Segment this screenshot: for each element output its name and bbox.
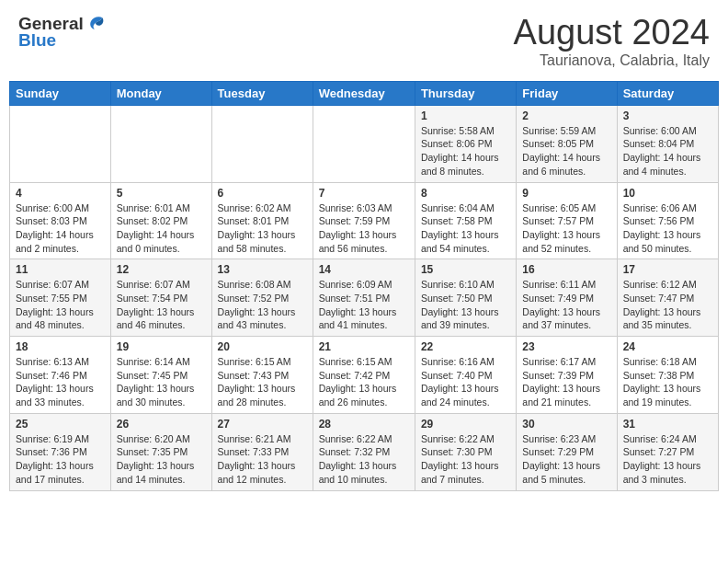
calendar-cell: 28Sunrise: 6:22 AMSunset: 7:32 PMDayligh… (313, 413, 415, 490)
day-info: Sunrise: 6:04 AMSunset: 7:58 PMDaylight:… (421, 201, 510, 256)
calendar-header-row: SundayMondayTuesdayWednesdayThursdayFrid… (10, 81, 719, 105)
day-number: 25 (16, 418, 105, 431)
calendar-cell: 13Sunrise: 6:08 AMSunset: 7:52 PMDayligh… (211, 259, 313, 337)
calendar-table: SundayMondayTuesdayWednesdayThursdayFrid… (9, 81, 719, 491)
day-number: 23 (522, 340, 610, 353)
day-number: 28 (319, 418, 409, 431)
day-info: Sunrise: 6:07 AMSunset: 7:54 PMDaylight:… (117, 278, 206, 332)
logo-bird-icon (85, 14, 106, 34)
calendar-cell (211, 105, 313, 182)
day-number: 6 (218, 187, 307, 200)
header-thursday: Thursday (415, 81, 516, 105)
day-number: 10 (623, 187, 712, 200)
day-number: 20 (218, 340, 307, 353)
day-number: 30 (522, 418, 610, 431)
calendar-cell: 25Sunrise: 6:19 AMSunset: 7:36 PMDayligh… (10, 413, 111, 490)
day-info: Sunrise: 6:09 AMSunset: 7:51 PMDaylight:… (319, 278, 409, 332)
calendar-cell: 8Sunrise: 6:04 AMSunset: 7:58 PMDaylight… (415, 182, 516, 259)
calendar-cell: 16Sunrise: 6:11 AMSunset: 7:49 PMDayligh… (517, 259, 617, 337)
calendar-cell: 4Sunrise: 6:00 AMSunset: 8:03 PMDaylight… (10, 182, 111, 259)
calendar-week-row: 4Sunrise: 6:00 AMSunset: 8:03 PMDaylight… (10, 182, 719, 259)
calendar-cell: 31Sunrise: 6:24 AMSunset: 7:27 PMDayligh… (617, 413, 718, 490)
calendar-cell: 18Sunrise: 6:13 AMSunset: 7:46 PMDayligh… (10, 337, 111, 414)
header-saturday: Saturday (617, 81, 718, 105)
day-info: Sunrise: 6:00 AMSunset: 8:04 PMDaylight:… (623, 124, 712, 178)
day-number: 12 (117, 263, 206, 276)
calendar-cell: 30Sunrise: 6:23 AMSunset: 7:29 PMDayligh… (517, 413, 617, 490)
calendar-cell: 3Sunrise: 6:00 AMSunset: 8:04 PMDaylight… (617, 105, 718, 182)
day-info: Sunrise: 6:22 AMSunset: 7:32 PMDaylight:… (319, 432, 409, 487)
day-number: 4 (16, 187, 105, 200)
day-info: Sunrise: 6:08 AMSunset: 7:52 PMDaylight:… (218, 278, 307, 332)
day-number: 14 (319, 263, 409, 276)
day-info: Sunrise: 6:18 AMSunset: 7:38 PMDaylight:… (623, 355, 712, 409)
day-number: 8 (421, 187, 510, 200)
day-info: Sunrise: 6:15 AMSunset: 7:42 PMDaylight:… (319, 355, 409, 409)
header-wednesday: Wednesday (313, 81, 415, 105)
day-number: 11 (16, 263, 105, 276)
day-info: Sunrise: 6:05 AMSunset: 7:57 PMDaylight:… (522, 201, 610, 256)
day-info: Sunrise: 6:14 AMSunset: 7:45 PMDaylight:… (117, 355, 206, 409)
day-info: Sunrise: 6:21 AMSunset: 7:33 PMDaylight:… (218, 432, 307, 487)
day-info: Sunrise: 6:12 AMSunset: 7:47 PMDaylight:… (623, 278, 712, 332)
day-number: 29 (421, 418, 510, 431)
calendar-cell (313, 105, 415, 182)
day-info: Sunrise: 6:03 AMSunset: 7:59 PMDaylight:… (319, 201, 409, 256)
day-number: 26 (117, 418, 206, 431)
day-number: 9 (522, 187, 610, 200)
calendar-week-row: 25Sunrise: 6:19 AMSunset: 7:36 PMDayligh… (10, 413, 719, 490)
day-info: Sunrise: 6:22 AMSunset: 7:30 PMDaylight:… (421, 432, 510, 487)
day-info: Sunrise: 6:24 AMSunset: 7:27 PMDaylight:… (623, 432, 712, 487)
day-number: 27 (218, 418, 307, 431)
calendar-cell: 22Sunrise: 6:16 AMSunset: 7:40 PMDayligh… (415, 337, 516, 414)
day-info: Sunrise: 6:06 AMSunset: 7:56 PMDaylight:… (623, 201, 712, 256)
day-info: Sunrise: 6:00 AMSunset: 8:03 PMDaylight:… (16, 201, 105, 256)
day-info: Sunrise: 6:11 AMSunset: 7:49 PMDaylight:… (522, 278, 610, 332)
calendar-cell: 2Sunrise: 5:59 AMSunset: 8:05 PMDaylight… (517, 105, 617, 182)
day-info: Sunrise: 5:59 AMSunset: 8:05 PMDaylight:… (522, 124, 610, 178)
day-info: Sunrise: 6:10 AMSunset: 7:50 PMDaylight:… (421, 278, 510, 332)
calendar-cell: 27Sunrise: 6:21 AMSunset: 7:33 PMDayligh… (211, 413, 313, 490)
header-friday: Friday (517, 81, 617, 105)
calendar-cell: 15Sunrise: 6:10 AMSunset: 7:50 PMDayligh… (415, 259, 516, 337)
day-info: Sunrise: 6:15 AMSunset: 7:43 PMDaylight:… (218, 355, 307, 409)
day-number: 17 (623, 263, 712, 276)
page-header: General Blue August 2024 Taurianova, Cal… (9, 9, 719, 74)
calendar-cell (110, 105, 211, 182)
calendar-week-row: 11Sunrise: 6:07 AMSunset: 7:55 PMDayligh… (10, 259, 719, 337)
day-number: 18 (16, 340, 105, 353)
day-number: 19 (117, 340, 206, 353)
day-number: 22 (421, 340, 510, 353)
location-subtitle: Taurianova, Calabria, Italy (514, 52, 710, 69)
calendar-cell: 24Sunrise: 6:18 AMSunset: 7:38 PMDayligh… (617, 337, 718, 414)
day-info: Sunrise: 6:19 AMSunset: 7:36 PMDaylight:… (16, 432, 105, 487)
calendar-cell: 9Sunrise: 6:05 AMSunset: 7:57 PMDaylight… (517, 182, 617, 259)
day-info: Sunrise: 6:13 AMSunset: 7:46 PMDaylight:… (16, 355, 105, 409)
day-info: Sunrise: 6:16 AMSunset: 7:40 PMDaylight:… (421, 355, 510, 409)
calendar-cell: 23Sunrise: 6:17 AMSunset: 7:39 PMDayligh… (517, 337, 617, 414)
calendar-cell: 6Sunrise: 6:02 AMSunset: 8:01 PMDaylight… (211, 182, 313, 259)
day-number: 13 (218, 263, 307, 276)
calendar-cell: 14Sunrise: 6:09 AMSunset: 7:51 PMDayligh… (313, 259, 415, 337)
calendar-week-row: 18Sunrise: 6:13 AMSunset: 7:46 PMDayligh… (10, 337, 719, 414)
calendar-cell: 5Sunrise: 6:01 AMSunset: 8:02 PMDaylight… (110, 182, 211, 259)
day-info: Sunrise: 6:17 AMSunset: 7:39 PMDaylight:… (522, 355, 610, 409)
calendar-cell: 26Sunrise: 6:20 AMSunset: 7:35 PMDayligh… (110, 413, 211, 490)
calendar-cell: 10Sunrise: 6:06 AMSunset: 7:56 PMDayligh… (617, 182, 718, 259)
day-number: 15 (421, 263, 510, 276)
day-number: 31 (623, 418, 712, 431)
day-number: 3 (623, 109, 712, 122)
header-sunday: Sunday (10, 81, 111, 105)
calendar-week-row: 1Sunrise: 5:58 AMSunset: 8:06 PMDaylight… (10, 105, 719, 182)
day-info: Sunrise: 6:20 AMSunset: 7:35 PMDaylight:… (117, 432, 206, 487)
title-section: August 2024 Taurianova, Calabria, Italy (514, 14, 710, 69)
calendar-cell: 12Sunrise: 6:07 AMSunset: 7:54 PMDayligh… (110, 259, 211, 337)
day-info: Sunrise: 6:23 AMSunset: 7:29 PMDaylight:… (522, 432, 610, 487)
month-year-title: August 2024 (514, 14, 710, 52)
header-tuesday: Tuesday (211, 81, 313, 105)
calendar-cell: 21Sunrise: 6:15 AMSunset: 7:42 PMDayligh… (313, 337, 415, 414)
day-number: 1 (421, 109, 510, 122)
day-number: 5 (117, 187, 206, 200)
calendar-cell: 29Sunrise: 6:22 AMSunset: 7:30 PMDayligh… (415, 413, 516, 490)
calendar-cell: 11Sunrise: 6:07 AMSunset: 7:55 PMDayligh… (10, 259, 111, 337)
